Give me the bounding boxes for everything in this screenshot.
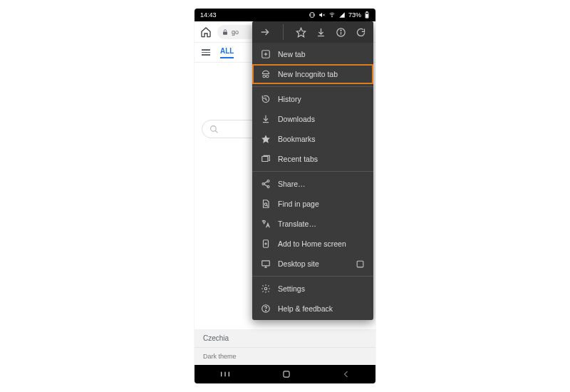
menu-label: History xyxy=(278,95,365,103)
svg-rect-30 xyxy=(262,157,268,162)
menu-label: Settings xyxy=(278,284,365,293)
svg-point-24 xyxy=(263,75,266,78)
menu-label: Share… xyxy=(278,180,365,188)
url-text: go xyxy=(232,29,239,36)
hamburger-icon[interactable] xyxy=(202,49,210,56)
footer-country: Czechia xyxy=(195,329,375,348)
menu-items: New tab New Incognito tab History Downlo… xyxy=(252,43,373,320)
translate-icon xyxy=(261,219,271,229)
menu-toolbar xyxy=(252,21,373,43)
home-button[interactable] xyxy=(281,369,291,379)
lock-icon xyxy=(222,29,229,36)
search-icon xyxy=(209,125,219,134)
back-button[interactable] xyxy=(342,370,351,378)
menu-label: Downloads xyxy=(278,115,365,123)
overflow-menu: New tab New Incognito tab History Downlo… xyxy=(252,21,373,320)
menu-item-downloads[interactable]: Downloads xyxy=(252,109,373,129)
svg-line-37 xyxy=(266,205,268,207)
add-home-icon xyxy=(261,239,271,249)
recents-button[interactable] xyxy=(219,370,231,378)
volume-mute-icon xyxy=(318,11,326,19)
svg-point-8 xyxy=(211,125,217,131)
star-icon xyxy=(261,134,271,144)
help-icon xyxy=(261,304,271,314)
status-bar: 14:43 73% xyxy=(195,9,375,21)
download-icon[interactable] xyxy=(316,27,326,38)
menu-item-help[interactable]: Help & feedback xyxy=(252,299,373,319)
footer-theme: Dark theme xyxy=(195,348,375,365)
svg-point-45 xyxy=(264,287,267,290)
menu-label: New tab xyxy=(278,50,365,58)
wifi-icon xyxy=(328,11,336,19)
find-in-page-icon xyxy=(261,199,271,209)
svg-point-47 xyxy=(266,310,266,311)
svg-rect-41 xyxy=(262,261,270,266)
star-icon[interactable] xyxy=(296,27,306,38)
gear-icon xyxy=(261,284,271,294)
svg-point-3 xyxy=(332,16,333,17)
menu-item-settings[interactable]: Settings xyxy=(252,279,373,299)
download-icon xyxy=(261,114,271,124)
menu-item-find-in-page[interactable]: Find in page xyxy=(252,194,373,214)
menu-label: Desktop site xyxy=(278,259,348,268)
menu-divider xyxy=(252,86,373,87)
android-navbar xyxy=(195,365,375,383)
plus-box-icon xyxy=(261,49,271,59)
svg-line-35 xyxy=(264,185,268,187)
menu-label: Bookmarks xyxy=(278,135,365,143)
battery-icon xyxy=(364,11,370,19)
svg-rect-7 xyxy=(223,31,227,34)
svg-point-20 xyxy=(341,30,341,31)
svg-rect-44 xyxy=(357,261,363,267)
menu-item-desktop-site[interactable]: Desktop site xyxy=(252,254,373,274)
signal-icon xyxy=(338,11,346,19)
vibrate-icon xyxy=(309,11,316,19)
svg-rect-5 xyxy=(366,11,368,12)
desktop-icon xyxy=(261,259,271,269)
svg-marker-29 xyxy=(261,135,270,143)
menu-item-bookmarks[interactable]: Bookmarks xyxy=(252,129,373,149)
svg-line-34 xyxy=(264,182,268,184)
reload-icon[interactable] xyxy=(356,27,366,38)
menu-item-history[interactable]: History xyxy=(252,89,373,109)
menu-label: Find in page xyxy=(278,200,365,208)
svg-line-9 xyxy=(215,130,217,133)
menu-item-new-tab[interactable]: New tab xyxy=(252,44,373,64)
menu-item-recent-tabs[interactable]: Recent tabs xyxy=(252,149,373,169)
history-icon xyxy=(261,94,271,104)
menu-label: Add to Home screen xyxy=(278,239,365,248)
recent-tabs-icon xyxy=(261,154,271,164)
menu-label: Recent tabs xyxy=(278,155,365,163)
menu-divider xyxy=(252,276,373,277)
info-icon[interactable] xyxy=(336,27,346,38)
menu-separator xyxy=(283,24,284,40)
svg-rect-0 xyxy=(311,13,314,18)
menu-item-share[interactable]: Share… xyxy=(252,174,373,194)
menu-item-translate[interactable]: Translate… xyxy=(252,214,373,234)
svg-rect-13 xyxy=(284,371,289,377)
svg-marker-15 xyxy=(296,28,306,37)
menu-label: Translate… xyxy=(278,220,365,228)
menu-label: New Incognito tab xyxy=(278,70,365,78)
tab-all[interactable]: ALL xyxy=(220,47,234,58)
home-icon[interactable] xyxy=(200,26,212,38)
checkbox-icon[interactable] xyxy=(356,259,365,269)
page-footer: Czechia Dark theme xyxy=(195,329,375,365)
share-icon xyxy=(261,179,271,189)
menu-item-add-home[interactable]: Add to Home screen xyxy=(252,234,373,254)
menu-item-incognito[interactable]: New Incognito tab xyxy=(252,64,373,84)
status-right: 73% xyxy=(309,11,370,19)
menu-divider xyxy=(252,171,373,172)
forward-icon[interactable] xyxy=(259,26,271,38)
svg-rect-6 xyxy=(366,14,368,18)
status-battery: 73% xyxy=(348,11,361,19)
phone-frame: 14:43 73% go ALL Czechia Dark theme xyxy=(195,9,375,383)
status-time: 14:43 xyxy=(200,11,217,19)
incognito-icon xyxy=(261,69,271,79)
svg-point-25 xyxy=(266,75,269,78)
menu-label: Help & feedback xyxy=(278,304,365,313)
